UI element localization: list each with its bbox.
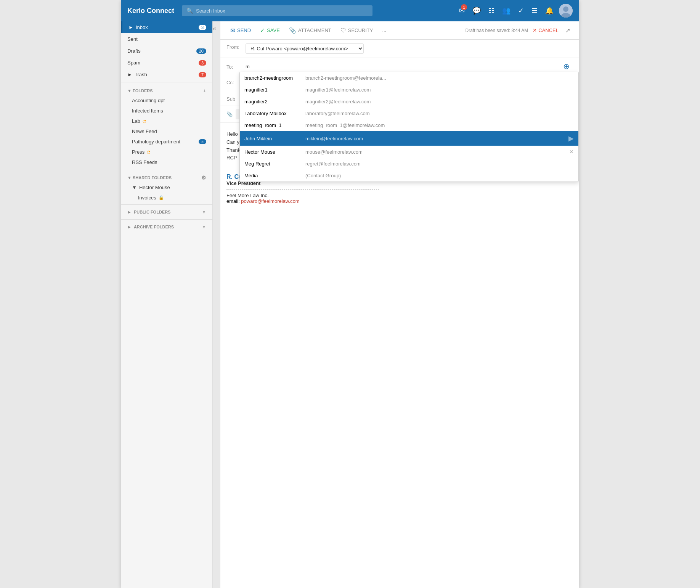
press-rss-icon: ◔ xyxy=(147,149,151,154)
to-input[interactable] xyxy=(246,64,560,69)
cancel-button[interactable]: ✕ CANCEL xyxy=(530,25,562,35)
cancel-x-icon: ✕ xyxy=(533,27,537,33)
collapse-sidebar-btn[interactable]: « xyxy=(213,25,216,32)
contacts-icon-btn[interactable]: 👥 xyxy=(500,4,513,17)
compose-area: From: R. Cul Powaro <powaro@feelmorelaw.… xyxy=(220,40,579,588)
search-bar[interactable]: 🔍 xyxy=(182,5,372,16)
autocomplete-name: magnifier2 xyxy=(244,99,305,104)
security-label: SECURITY xyxy=(348,27,373,33)
shared-folders-section-header[interactable]: ▼ SHARED FOLDERS ⚙ xyxy=(121,171,212,182)
signature-divider xyxy=(226,189,379,190)
header: Kerio Connect 🔍 ✉ 1 💬 ☷ 👥 ✓ ☰ 🔔 xyxy=(121,0,579,21)
sidebar-item-hector[interactable]: ▼ Hector Mouse xyxy=(121,182,212,193)
tasks-icon-btn[interactable]: ✓ xyxy=(516,4,526,17)
signature-email: email: powaro@feelmorelaw.com xyxy=(226,198,573,204)
spam-badge: 3 xyxy=(199,60,206,66)
send-label: SEND xyxy=(237,27,251,33)
sidebar-item-accounting[interactable]: Accounting dpt xyxy=(121,95,212,106)
archive-folders-arrow: ► xyxy=(127,225,132,229)
sidebar-item-trash[interactable]: ► Trash 7 xyxy=(121,69,212,80)
autocomplete-item-meeting-room[interactable]: meeting_room_1 meeting_room_1@feelmorela… xyxy=(240,119,578,131)
autocomplete-close-btn[interactable]: ✕ xyxy=(569,149,574,155)
folders-label: FOLDERS xyxy=(133,88,153,93)
hector-arrow: ▼ xyxy=(132,185,137,190)
autocomplete-email: miklein@feelmorelaw.com xyxy=(305,136,568,141)
shield-icon: 🛡 xyxy=(340,27,346,34)
avatar[interactable] xyxy=(559,4,573,18)
sidebar-item-drafts[interactable]: Drafts 20 xyxy=(121,45,212,57)
sidebar: ► Inbox 3 Sent Drafts 20 Sp xyxy=(121,21,213,588)
public-folders-section-header[interactable]: ► PUBLIC FOLDERS ▼ xyxy=(121,206,212,218)
header-icons: ✉ 1 💬 ☷ 👥 ✓ ☰ 🔔 xyxy=(457,4,573,18)
notes-icon-btn[interactable]: ☰ xyxy=(529,4,540,17)
autocomplete-name: Hector Mouse xyxy=(244,149,305,155)
mail-icon-btn[interactable]: ✉ 1 xyxy=(457,4,467,17)
folders-collapse-arrow: ▼ xyxy=(127,88,132,93)
spam-label: Spam xyxy=(127,60,140,66)
search-input[interactable] xyxy=(196,8,368,14)
email-link[interactable]: powaro@feelmorelaw.com xyxy=(241,198,299,204)
compose-toolbar: ✉ SEND ✓ SAVE 📎 ATTACHMENT 🛡 SECURITY ..… xyxy=(220,21,579,40)
accounting-label: Accounting dpt xyxy=(132,98,165,103)
autocomplete-item-john[interactable]: John Miklein miklein@feelmorelaw.com ▶ xyxy=(240,131,578,146)
cursor-indicator: ▶ xyxy=(568,134,574,143)
hector-label: Hector Mouse xyxy=(139,185,170,190)
autocomplete-email: laboratory@feelmorelaw.com xyxy=(305,111,574,116)
autocomplete-name: Meg Regret xyxy=(244,161,305,167)
more-label: ... xyxy=(382,27,386,33)
sidebar-item-inbox[interactable]: ► Inbox 3 xyxy=(121,21,212,33)
autocomplete-item-labmailbox[interactable]: Laboratory Mailbox laboratory@feelmorela… xyxy=(240,108,578,119)
external-link-btn[interactable]: ➚ xyxy=(563,24,573,36)
shared-folders-label: SHARED FOLDERS xyxy=(133,175,172,180)
autocomplete-email: mouse@feelmorelaw.com xyxy=(305,149,566,155)
autocomplete-email: branch2-meetingroom@feelmorela... xyxy=(305,75,574,81)
paperclip-icon: 📎 xyxy=(289,27,296,34)
autocomplete-name: branch2-meetingroom xyxy=(244,75,305,81)
save-button[interactable]: ✓ SAVE xyxy=(256,25,284,36)
sidebar-item-spam[interactable]: Spam 3 xyxy=(121,57,212,69)
sidebar-item-infected[interactable]: Infected Items xyxy=(121,106,212,116)
sidebar-item-newsfeed[interactable]: News Feed xyxy=(121,126,212,137)
infected-label: Infected Items xyxy=(132,108,163,114)
autocomplete-email: magnifier2@feelmorelaw.com xyxy=(305,99,574,104)
sidebar-item-invoices[interactable]: Invoices 🔒 xyxy=(121,193,212,203)
autocomplete-item-meg[interactable]: Meg Regret regret@feelmorelaw.com xyxy=(240,158,578,170)
public-folders-expand-icon: ▼ xyxy=(202,209,206,215)
trash-label: Trash xyxy=(135,72,147,77)
autocomplete-name: John Miklein xyxy=(244,136,305,141)
security-button[interactable]: 🛡 SECURITY xyxy=(337,25,377,36)
autocomplete-email: regret@feelmorelaw.com xyxy=(305,161,574,167)
folders-section-header[interactable]: ▼ FOLDERS + xyxy=(121,84,212,95)
from-select[interactable]: R. Cul Powaro <powaro@feelmorelaw.com> xyxy=(246,43,364,54)
autocomplete-name: Laboratory Mailbox xyxy=(244,111,305,116)
to-input-wrap xyxy=(246,64,560,69)
from-select-wrap[interactable]: R. Cul Powaro <powaro@feelmorelaw.com> xyxy=(246,43,364,54)
autocomplete-name: magnifier1 xyxy=(244,87,305,93)
sidebar-item-rssfeeds[interactable]: RSS Feeds xyxy=(121,157,212,167)
autocomplete-item-media[interactable]: Media (Contact Group) xyxy=(240,170,578,182)
more-button[interactable]: ... xyxy=(378,25,390,35)
attachment-label: ATTACHMENT xyxy=(298,27,331,33)
chat-icon-btn[interactable]: 💬 xyxy=(470,4,483,17)
sidebar-item-press[interactable]: Press ◔ xyxy=(121,147,212,157)
checkmark-icon: ✓ xyxy=(260,27,265,34)
to-add-btn[interactable]: ⊕ xyxy=(560,62,573,71)
sidebar-item-pathology[interactable]: Pathology department 5 xyxy=(121,137,212,147)
sidebar-item-lab[interactable]: Lab ◔ xyxy=(121,116,212,126)
archive-folders-section-header[interactable]: ► ARCHIVE FOLDERS ▼ xyxy=(121,221,212,233)
invoices-lock-icon: 🔒 xyxy=(159,195,164,200)
app-logo: Kerio Connect xyxy=(127,7,174,15)
sidebar-item-sent[interactable]: Sent xyxy=(121,33,212,45)
to-label: To: xyxy=(226,63,246,70)
pathology-label: Pathology department xyxy=(132,139,180,145)
folders-add-btn[interactable]: + xyxy=(203,88,206,94)
autocomplete-item-branch2[interactable]: branch2-meetingroom branch2-meetingroom@… xyxy=(240,72,578,84)
bell-icon-btn[interactable]: 🔔 xyxy=(543,4,556,17)
autocomplete-item-hector[interactable]: Hector Mouse mouse@feelmorelaw.com ✕ xyxy=(240,146,578,158)
autocomplete-item-magnifier1[interactable]: magnifier1 magnifier1@feelmorelaw.com xyxy=(240,84,578,96)
send-button[interactable]: ✉ SEND xyxy=(226,25,255,36)
autocomplete-item-magnifier2[interactable]: magnifier2 magnifier2@feelmorelaw.com xyxy=(240,96,578,108)
grid-icon-btn[interactable]: ☷ xyxy=(486,4,497,17)
attachment-button[interactable]: 📎 ATTACHMENT xyxy=(285,25,335,36)
inbox-badge: 3 xyxy=(199,25,206,30)
